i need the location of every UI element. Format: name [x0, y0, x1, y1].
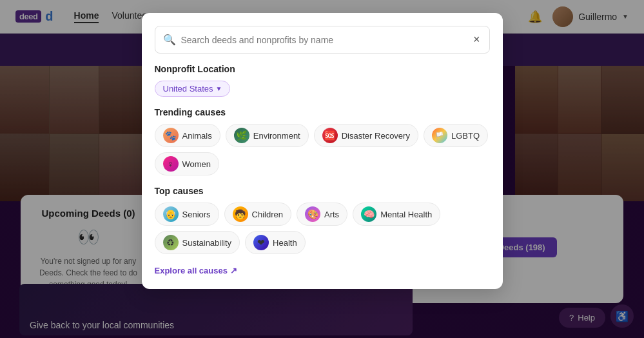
- cause-chip-mental[interactable]: 🧠 Mental Health: [353, 203, 440, 226]
- search-input[interactable]: [181, 35, 467, 45]
- sustainability-label: Sustainability: [182, 238, 232, 248]
- disaster-label: Disaster Recovery: [342, 131, 410, 141]
- environment-icon: 🌿: [234, 128, 249, 143]
- cause-chip-disaster[interactable]: 🆘 Disaster Recovery: [314, 124, 418, 147]
- seniors-icon: 👴: [163, 206, 179, 222]
- sustainability-icon: ♻: [163, 235, 179, 250]
- mental-health-label: Mental Health: [380, 210, 432, 219]
- women-label: Women: [182, 159, 211, 169]
- location-badge[interactable]: United States ▼: [155, 81, 231, 97]
- cause-chip-women[interactable]: ♀ Women: [155, 152, 220, 175]
- arts-label: Arts: [324, 210, 339, 219]
- explore-link-label: Explore all causes: [155, 266, 228, 275]
- nonprofit-location-section: Nonprofit Location United States ▼: [155, 64, 490, 107]
- health-icon: ❤: [253, 235, 269, 250]
- cause-chip-seniors[interactable]: 👴 Seniors: [155, 203, 219, 226]
- cause-chip-animals[interactable]: 🐾 Animals: [155, 124, 220, 147]
- children-icon: 🧒: [233, 206, 248, 222]
- environment-label: Environment: [253, 131, 300, 141]
- close-button[interactable]: ×: [472, 32, 482, 48]
- cause-chip-sustainability[interactable]: ♻ Sustainability: [155, 231, 240, 254]
- search-bar: 🔍 ×: [155, 26, 490, 54]
- trending-causes-label: Trending causes: [155, 107, 490, 117]
- disaster-icon: 🆘: [322, 128, 338, 143]
- search-icon: 🔍: [163, 34, 176, 46]
- location-chevron-icon: ▼: [216, 85, 222, 92]
- external-link-icon: ↗: [230, 266, 237, 275]
- animals-label: Animals: [182, 131, 212, 141]
- trending-causes-row: 🐾 Animals 🌿 Environment 🆘 Disaster Recov…: [155, 124, 490, 175]
- women-icon: ♀: [163, 156, 179, 172]
- top-causes-row: 👴 Seniors 🧒 Children 🎨 Arts 🧠 Mental Hea…: [155, 203, 490, 254]
- arts-icon: 🎨: [305, 206, 320, 222]
- cause-chip-environment[interactable]: 🌿 Environment: [226, 124, 309, 147]
- search-modal: 🔍 × Nonprofit Location United States ▼ T…: [142, 13, 503, 289]
- children-label: Children: [252, 210, 283, 219]
- location-value: United States: [163, 84, 213, 94]
- top-causes-section: Top causes 👴 Seniors 🧒 Children 🎨 Arts 🧠…: [155, 186, 490, 254]
- mental-health-icon: 🧠: [361, 206, 376, 222]
- cause-chip-arts[interactable]: 🎨 Arts: [297, 203, 347, 226]
- trending-causes-section: Trending causes 🐾 Animals 🌿 Environment …: [155, 107, 490, 175]
- lgbtq-icon: 🏳️: [432, 128, 447, 143]
- health-label: Health: [273, 238, 297, 248]
- seniors-label: Seniors: [182, 210, 211, 219]
- cause-chip-lgbtq[interactable]: 🏳️ LGBTQ: [424, 124, 488, 147]
- explore-all-causes-link[interactable]: Explore all causes ↗: [155, 266, 237, 275]
- nonprofit-location-label: Nonprofit Location: [155, 64, 490, 74]
- modal-backdrop: 🔍 × Nonprofit Location United States ▼ T…: [0, 0, 644, 338]
- cause-chip-health[interactable]: ❤ Health: [245, 231, 306, 254]
- cause-chip-children[interactable]: 🧒 Children: [224, 203, 291, 226]
- top-causes-label: Top causes: [155, 186, 490, 196]
- lgbtq-label: LGBTQ: [451, 131, 480, 141]
- animals-icon: 🐾: [163, 128, 179, 143]
